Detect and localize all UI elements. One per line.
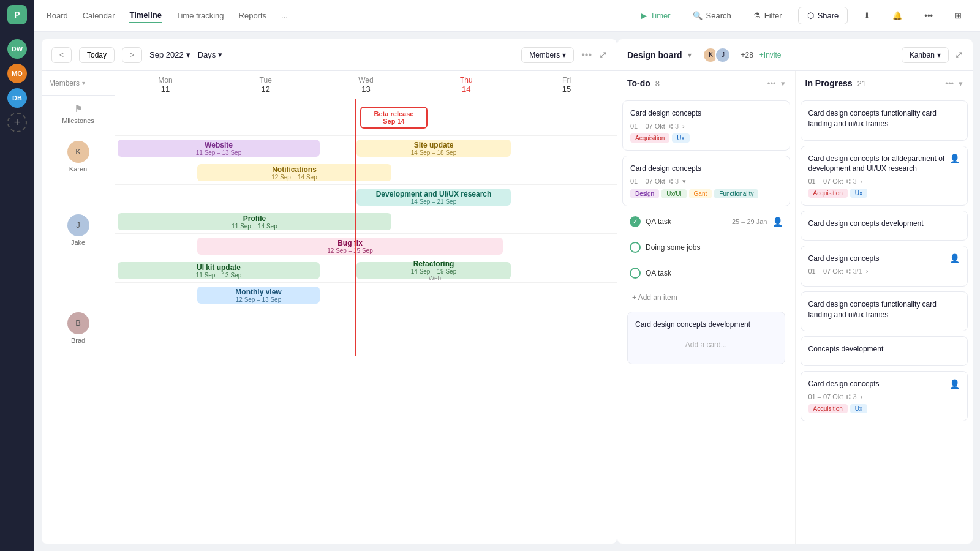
add-card-placeholder[interactable]: Add a card... [635, 333, 777, 356]
task-profile[interactable]: Profile 11 Sep – 14 Sep [118, 213, 391, 230]
brad-row2: Monthly view 12 Sep – 13 Sep [115, 283, 617, 307]
kanban-selector[interactable]: Kanban ▾ [902, 47, 949, 63]
ip-card-1[interactable]: Card design concepts functionality card … [801, 100, 968, 141]
jake-row2: Bug fix 12 Sep – 15 Sep [115, 234, 617, 258]
tree-icon-2: ⑆ 3 [669, 178, 679, 185]
brad-name: Brad [71, 337, 85, 344]
ip-card-5[interactable]: Card design concepts functionality card … [801, 291, 968, 332]
todo-card-2[interactable]: Card design concepts 01 – 07 Okt ⑆ 3 ▾ D… [622, 156, 790, 206]
task-dev-uiux[interactable]: Development and UI/UX research 14 Sep – … [356, 189, 511, 206]
kanban-panel: Design board ▾ K J +28 +Invite Kanban ▾ … [617, 39, 973, 544]
task-notifications[interactable]: Notifications 12 Sep – 14 Sep [197, 164, 391, 181]
nav-board[interactable]: Board [47, 9, 68, 23]
invite-button[interactable]: +Invite [760, 51, 782, 59]
day-header-mon: Mon 11 [115, 71, 216, 99]
todo-dev-card[interactable]: Card design concepts development Add a c… [627, 312, 785, 365]
milestone-date: Sep 14 [366, 118, 421, 125]
timeline-more-button[interactable]: ••• [581, 50, 592, 61]
play-icon: ▶ [641, 11, 647, 20]
search-button[interactable]: 🔍 Search [687, 7, 737, 24]
ip-card4-meta: 01 – 07 Okt ⑆ 3/1 › [809, 268, 960, 275]
task-monthly-view[interactable]: Monthly view 12 Sep – 13 Sep [197, 287, 320, 304]
member-jake-header: J Jake [42, 181, 115, 279]
task-refactoring[interactable]: Refactoring 14 Sep – 19 Sep Web [356, 262, 511, 279]
timeline-panel: < Today > Sep 2022 ▾ Days ▾ Members ▾ [42, 39, 617, 544]
milestone-beta-release[interactable]: Beta release Sep 14 [360, 107, 428, 129]
task-refactor-extra: Web [429, 275, 441, 282]
milestone-row: Beta release Sep 14 [115, 99, 617, 136]
ip-card6-title: Concepts development [809, 344, 960, 354]
karen-avatar: K [67, 141, 89, 163]
inprogress-column: In Progress 21 ••• ▾ Card design co [796, 71, 973, 544]
panels-button[interactable]: ⊞ [949, 7, 968, 24]
tree-icon-ip7: ⑆ 3 [846, 393, 856, 400]
more-button[interactable]: ••• [918, 7, 939, 24]
add-workspace-button[interactable]: + [7, 113, 27, 132]
nav-more[interactable]: ... [281, 9, 288, 23]
qa-task-2[interactable]: Doing some jobs [622, 237, 790, 258]
day-num-tue: 12 [218, 84, 314, 94]
bell-button[interactable]: 🔔 [886, 7, 908, 24]
sidebar-avatar-mo[interactable]: MO [7, 64, 27, 83]
task-site-update[interactable]: Site update 14 Sep – 18 Sep [356, 140, 511, 157]
date-selector[interactable]: Sep 2022 ▾ [149, 50, 190, 59]
task-uikit[interactable]: UI kit update 11 Sep – 13 Sep [118, 262, 320, 279]
add-item-button[interactable]: + Add an item [622, 288, 790, 307]
karen-row1: Website 11 Sep – 13 Sep Site update 14 S… [115, 136, 617, 160]
nav-timeline[interactable]: Timeline [129, 8, 162, 23]
today-button[interactable]: Today [79, 47, 115, 63]
days-selector[interactable]: Days ▾ [198, 50, 223, 59]
nav-timetracking[interactable]: Time tracking [176, 9, 224, 23]
share-button[interactable]: ⬡ Share [798, 7, 848, 24]
prev-button[interactable]: < [51, 47, 72, 63]
nav-actions: ▶ Timer 🔍 Search ⚗ Filter ⬡ Share ⬇ 🔔 ••… [635, 7, 968, 24]
ip-card-3[interactable]: Card design concepts development [801, 211, 968, 241]
sidebar-avatar-db[interactable]: DB [7, 88, 27, 108]
ip-card-7[interactable]: Card design concepts 👤 01 – 07 Okt ⑆ 3 › [801, 371, 968, 421]
kanban-expand-button[interactable]: ⤢ [955, 49, 963, 61]
todo-chevron-icon[interactable]: ▾ [781, 79, 785, 88]
jake-avatar: J [67, 214, 89, 236]
current-date: Sep 2022 [149, 50, 184, 59]
qa-task-1[interactable]: ✓ QA task 25 – 29 Jan 👤 [622, 211, 790, 232]
day-num-mon: 11 [118, 84, 213, 94]
sidebar-avatar-dw[interactable]: DW [7, 39, 27, 59]
members-button[interactable]: Members ▾ [521, 47, 574, 63]
inprogress-actions[interactable]: ••• [945, 79, 954, 88]
qa-task-3[interactable]: QA task [622, 263, 790, 283]
timeline-expand-button[interactable]: ⤢ [599, 49, 607, 61]
kanban-header: Design board ▾ K J +28 +Invite Kanban ▾ … [617, 39, 973, 71]
ip-card-6[interactable]: Concepts development [801, 336, 968, 366]
app-logo[interactable]: P [7, 5, 27, 24]
download-button[interactable]: ⬇ [858, 7, 876, 24]
todo-more-icon[interactable]: ••• [767, 79, 776, 88]
tag-acquisition-1: Acquisition [630, 133, 669, 143]
ip-card-2[interactable]: Card design concepts for alldepartment o… [801, 146, 968, 206]
tag-ux-1: Ux [672, 133, 689, 143]
day-header-fri: Fri 15 [516, 71, 617, 99]
task-website[interactable]: Website 11 Sep – 13 Sep [118, 140, 320, 157]
nav-calendar[interactable]: Calendar [83, 9, 115, 23]
task-bugfix[interactable]: Bug fix 12 Sep – 15 Sep [197, 238, 503, 255]
ip-card2-header: Card design concepts for alldepartment o… [809, 154, 960, 178]
ip-card2-tags: Acquisition Ux [809, 189, 960, 198]
todo-actions[interactable]: ••• [767, 79, 776, 88]
timer-label: Timer [650, 11, 671, 20]
day-num-thu: 14 [418, 84, 514, 94]
next-button[interactable]: > [122, 47, 142, 63]
ip-card3-title: Card design concepts development [809, 219, 960, 229]
timer-button[interactable]: ▶ Timer [635, 7, 677, 24]
jake-row1: Profile 11 Sep – 14 Sep [115, 209, 617, 234]
content-area: < Today > Sep 2022 ▾ Days ▾ Members ▾ [34, 32, 980, 551]
todo-card-1[interactable]: Card design concepts 01 – 07 Okt ⑆ 3 › A… [622, 100, 790, 151]
board-chevron-icon[interactable]: ▾ [688, 51, 692, 59]
inprogress-chevron-icon[interactable]: ▾ [959, 79, 963, 88]
ip-card-4[interactable]: Card design concepts 👤 01 – 07 Okt ⑆ 3/1… [801, 246, 968, 287]
karen-row3: Development and UI/UX research 14 Sep – … [115, 185, 617, 209]
nav-reports[interactable]: Reports [239, 9, 267, 23]
filter-button[interactable]: ⚗ Filter [747, 7, 788, 24]
qa-date-1: 25 – 29 Jan [732, 218, 767, 225]
inprogress-more-icon[interactable]: ••• [945, 79, 954, 88]
day-header-thu: Thu 14 [416, 71, 516, 99]
task-refactor-name: Refactoring [413, 260, 454, 268]
